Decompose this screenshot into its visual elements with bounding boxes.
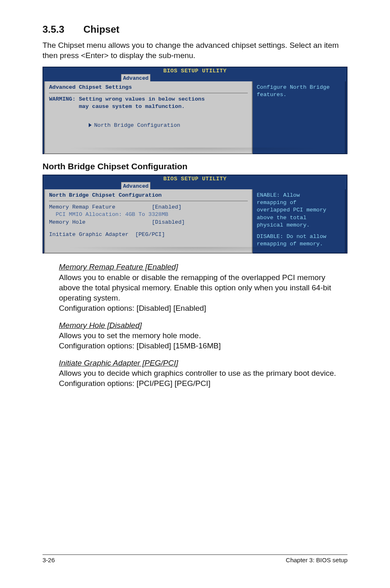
option-config: Configuration options: [PCI/PEG] [PEG/PC… <box>59 378 347 388</box>
option-memory-remap: Memory Remap Feature [Enabled] Allows yo… <box>59 262 347 313</box>
option-description: Allows you to enable or disable the rema… <box>59 272 347 303</box>
chapter-label: Chapter 3: BIOS setup <box>286 557 347 563</box>
bios-panel-advanced-chipset: BIOS SETUP UTILITY Advanced Advanced Chi… <box>43 67 347 154</box>
bios-left-heading: Advanced Chipset Settings <box>49 84 248 91</box>
bios-help-line: above the total <box>257 214 341 222</box>
option-initiate-graphic: Initiate Graphic Adapter [PEG/PCI] Allow… <box>59 358 347 389</box>
bios-help-line: features. <box>257 91 341 99</box>
divider <box>49 93 248 93</box>
bios-help-line: ENABLE: Allow <box>257 192 341 199</box>
bios-title: BIOS SETUP UTILITY <box>164 175 227 183</box>
bios-tab-advanced[interactable]: Advanced <box>121 182 150 190</box>
option-description: Allows you to decide which graphics cont… <box>59 368 347 378</box>
bios-help-line: remapping of <box>257 199 341 206</box>
subsection-heading: North Bridge Chipset Configuration <box>43 162 347 171</box>
intro-paragraph: The Chipset menu allows you to change th… <box>43 40 347 61</box>
option-config: Configuration options: [Disabled] [15MB-… <box>59 341 347 351</box>
bios-help-line: overlapped PCI memory <box>257 206 341 214</box>
bios-warning-line1: WARMING: Setting wrong values in below s… <box>49 96 248 103</box>
section-number: 3.5.3 <box>43 24 83 35</box>
bios-setting-memory-remap[interactable]: Memory Remap Feature [Enabled] <box>49 204 248 211</box>
bios-menu-label: North Bridge Configuration <box>94 122 180 128</box>
bios-info-pci-mmio: PCI MMIO Allocation: 4GB To 3328MB <box>49 211 248 218</box>
section-title: Chipset <box>83 24 119 35</box>
option-memory-hole: Memory Hole [Disabled] Allows you to set… <box>59 320 347 351</box>
page-number: 3-26 <box>43 557 55 563</box>
bios-help-line: remapping of memory. <box>257 240 341 248</box>
bios-setting-memory-hole[interactable]: Memory Hole [Disabled] <box>49 219 248 226</box>
bios-left-heading: North Bridge Chipset Configuration <box>49 192 248 199</box>
section-heading: 3.5.3Chipset <box>43 24 347 35</box>
bios-help-line: physical memory. <box>257 222 341 229</box>
option-title: Memory Remap Feature [Enabled] <box>59 263 178 271</box>
bios-panel-north-bridge: BIOS SETUP UTILITY Advanced North Bridge… <box>43 175 347 254</box>
option-title: Memory Hole [Disabled] <box>59 321 142 330</box>
bios-menu-item-north-bridge[interactable]: North Bridge Configuration <box>49 114 248 137</box>
option-title: Initiate Graphic Adapter [PEG/PCI] <box>59 359 178 367</box>
bios-help-line: Configure North Bridge <box>257 84 341 91</box>
option-config: Configuration options: [Disabled] [Enabl… <box>59 303 347 313</box>
bios-tab-advanced[interactable]: Advanced <box>121 74 150 82</box>
divider <box>49 201 248 201</box>
bios-title: BIOS SETUP UTILITY <box>164 67 227 75</box>
option-description: Allows you to set the memory hole mode. <box>59 330 347 341</box>
bios-help-line: DISABLE: Do not allow <box>257 233 341 240</box>
bios-setting-initiate-graphic[interactable]: Initiate Graphic Adapter [PEG/PCI] <box>49 231 248 238</box>
chevron-right-icon <box>89 123 92 127</box>
page-footer: 3-26 Chapter 3: BIOS setup <box>43 554 347 563</box>
bios-warning-line2: may cause system to malfunction. <box>49 103 248 110</box>
